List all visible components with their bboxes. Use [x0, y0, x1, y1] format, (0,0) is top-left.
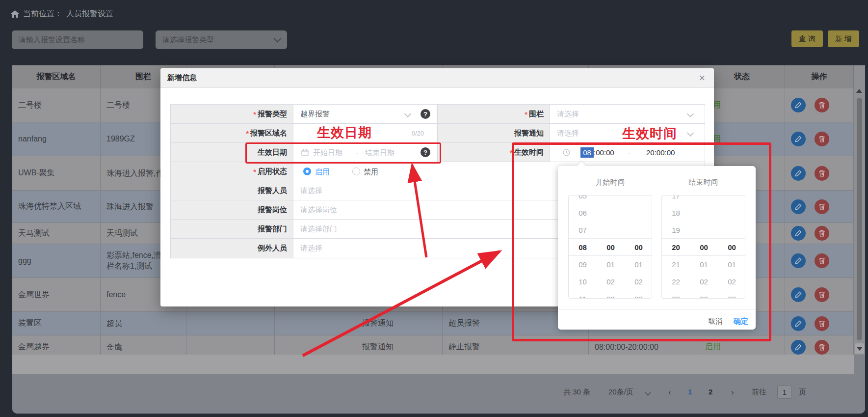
breadcrumb-label: 当前位置： — [23, 9, 62, 19]
cell-ops — [785, 122, 854, 156]
cell-area-name: 天马测试 — [12, 223, 101, 244]
delete-button[interactable] — [815, 199, 829, 214]
radio-on-label[interactable]: 启用 — [315, 162, 330, 181]
page-2-button[interactable]: 2 — [709, 388, 712, 396]
alarm-name-placeholder: 请输入报警设置名称 — [19, 35, 85, 45]
label-area-name: * 报警区域名 — [171, 124, 293, 142]
alarm-type-select-field[interactable]: 越界报警 ? — [293, 105, 437, 123]
close-icon[interactable]: × — [696, 71, 708, 85]
fence-select-field[interactable]: 请选择 — [550, 105, 705, 123]
char-counter: 0/20 — [412, 130, 424, 137]
label-fence: * 围栏 — [437, 105, 550, 123]
notify-placeholder: 请选择 — [557, 129, 579, 138]
header-area-name: 报警区域名 — [12, 65, 101, 88]
post-placeholder: 请选择岗位 — [300, 205, 337, 215]
annotation-time-label: 生效时间 — [622, 125, 677, 142]
cell-area-name: 装置区 — [12, 312, 101, 335]
annotation-date-label: 生效日期 — [317, 124, 372, 141]
label-alarm-post: 报警岗位 — [171, 200, 293, 219]
edit-button[interactable] — [791, 132, 806, 146]
delete-button[interactable] — [815, 316, 829, 331]
edit-button[interactable] — [791, 226, 806, 241]
table-footer: 共 30 条 20条/页 ‹ 1 2 › 前往 1 页 — [12, 374, 865, 414]
label-enable-status: * 启用状态 — [171, 162, 293, 181]
search-button[interactable]: 查 询 — [791, 30, 823, 47]
label-alarm-notify: 报警通知 — [437, 124, 550, 142]
page-1-button[interactable]: 1 — [688, 388, 692, 396]
modal-header: 新增信息 × — [160, 68, 714, 88]
total-count: 共 30 条 — [563, 388, 590, 397]
goto-suffix: 页 — [799, 388, 806, 397]
scrollbar-thumb[interactable] — [857, 98, 862, 340]
edit-button[interactable] — [791, 316, 806, 331]
cell-area-name: nanfang — [12, 122, 101, 156]
cell-ops — [785, 244, 854, 278]
chevron-down-icon — [687, 130, 694, 137]
delete-button[interactable] — [815, 287, 829, 302]
label-alarm-person: 报警人员 — [171, 181, 293, 200]
header-ops: 操作 — [785, 65, 854, 88]
cell-fence: 超员 — [101, 312, 186, 335]
chevron-down-icon — [404, 111, 411, 117]
goto-page-input[interactable]: 1 — [777, 385, 792, 399]
cell-empty — [275, 312, 356, 335]
required-mark: * — [253, 110, 256, 118]
cell-area-name: 二号楼 — [12, 88, 101, 122]
cell-ops — [785, 88, 854, 122]
edit-button[interactable] — [791, 253, 806, 268]
page-title: 人员报警设置 — [66, 9, 113, 19]
breadcrumb: 当前位置： 人员报警设置 — [11, 9, 113, 19]
chevron-down-icon — [274, 34, 282, 42]
label-exception-person: 例外人员 — [171, 239, 293, 258]
cell-alarm: 超员报警 — [443, 312, 512, 335]
delete-button[interactable] — [815, 226, 829, 241]
app-root: 当前位置： 人员报警设置 请输入报警设置名称 请选择报警类型 查 询 新 增 报… — [0, 0, 868, 417]
delete-button[interactable] — [815, 340, 829, 355]
next-page-button[interactable]: › — [731, 388, 734, 397]
radio-enable-off[interactable] — [352, 167, 360, 175]
alarm-name-input[interactable]: 请输入报警设置名称 — [12, 30, 143, 49]
help-icon[interactable]: ? — [421, 109, 430, 119]
add-button[interactable]: 新 增 — [828, 30, 859, 47]
cell-ops — [785, 156, 854, 190]
required-mark: * — [253, 167, 256, 176]
edit-button[interactable] — [791, 166, 806, 181]
form-row-alarm-type: * 报警类型 越界报警 ? * 围栏 请选择 — [171, 105, 705, 124]
cell-empty — [186, 312, 275, 335]
alarm-type-placeholder: 请选择报警类型 — [162, 35, 214, 45]
delete-button[interactable] — [815, 253, 829, 268]
edit-button[interactable] — [791, 199, 806, 214]
annotation-box-time — [512, 142, 771, 341]
edit-button[interactable] — [791, 98, 806, 112]
cell-area-name: ggg — [12, 244, 101, 278]
cell-area-name: 金鹰世界 — [12, 278, 101, 311]
chevron-down-icon — [687, 111, 694, 117]
table-bottom-strip — [12, 355, 854, 374]
modal-title: 新增信息 — [167, 73, 197, 83]
alarm-type-select[interactable]: 请选择报警类型 — [156, 30, 287, 49]
alarm-type-value: 越界报警 — [300, 110, 330, 119]
chevron-down-icon — [645, 389, 651, 396]
scroll-up-icon[interactable] — [856, 89, 862, 93]
edit-button[interactable] — [791, 287, 806, 302]
delete-button[interactable] — [815, 98, 829, 112]
required-mark: * — [525, 110, 527, 118]
prev-page-button[interactable]: ‹ — [668, 388, 671, 397]
cell-ops — [785, 278, 854, 311]
cell-ops — [785, 191, 854, 222]
delete-button[interactable] — [815, 132, 829, 146]
annotation-box-date — [245, 142, 441, 164]
delete-button[interactable] — [815, 166, 829, 181]
scroll-down-button[interactable] — [855, 343, 864, 354]
label-alarm-type: * 报警类型 — [171, 105, 293, 123]
radio-off-label[interactable]: 禁用 — [364, 162, 378, 181]
home-icon[interactable] — [11, 10, 19, 18]
cell-ops — [785, 223, 854, 244]
fence-placeholder: 请选择 — [557, 110, 579, 119]
cell-notify: 报警通知 — [356, 312, 443, 335]
edit-button[interactable] — [791, 340, 806, 355]
page-size-select[interactable]: 20条/页 — [608, 388, 633, 397]
cell-ops — [785, 312, 854, 335]
radio-enable-on[interactable] — [303, 167, 311, 175]
scroll-down-icon — [857, 347, 863, 351]
